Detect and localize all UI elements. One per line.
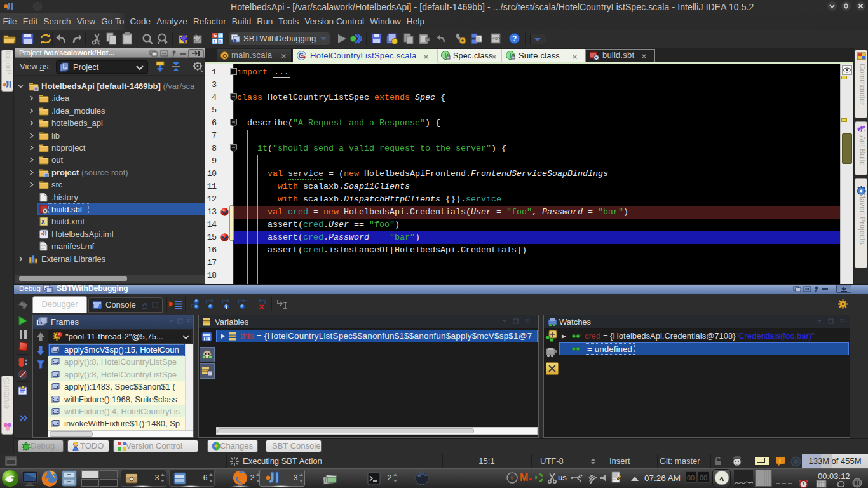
svg-text:1: 1 [214, 39, 216, 44]
svg-text:1: 1 [219, 34, 222, 38]
svg-text:i: i [511, 474, 513, 482]
svg-text:!: ! [226, 304, 227, 309]
svg-text:x: x [41, 218, 45, 225]
svg-text:<o>: <o> [492, 36, 500, 41]
svg-text:0: 0 [219, 39, 222, 44]
svg-text:!: ! [779, 458, 781, 464]
svg-text:?: ? [512, 34, 517, 43]
svg-text:O: O [222, 53, 227, 59]
